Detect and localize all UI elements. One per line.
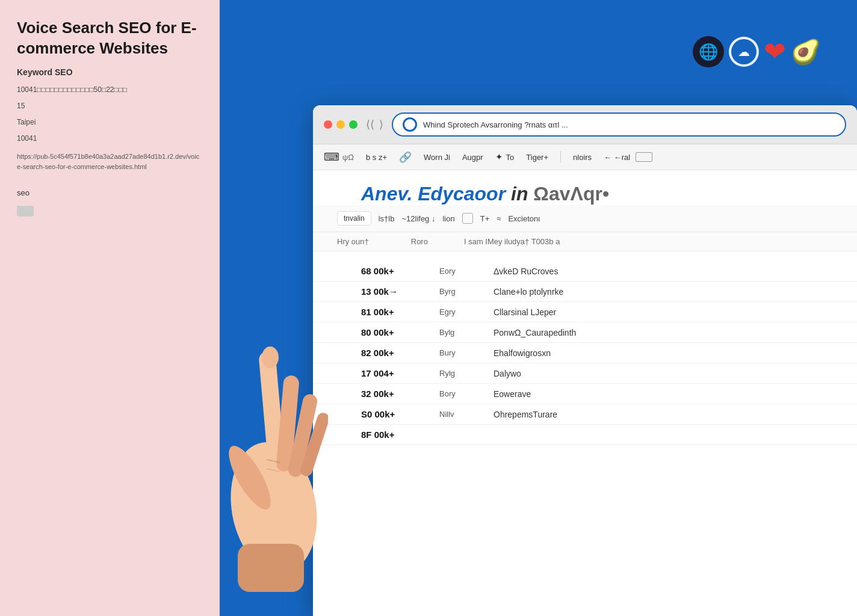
- row-keyword: ΔvkeD RuCroves: [493, 266, 674, 276]
- toolbar-item-1[interactable]: ⌨ ψΩ: [324, 150, 354, 164]
- row-diff: Eory: [439, 266, 493, 276]
- keyword-label: Keyword SEO: [17, 67, 203, 77]
- traffic-lights: [324, 120, 357, 129]
- toolbar-label-2: b s z+: [366, 153, 387, 162]
- row-diff: Bury: [439, 348, 493, 357]
- svg-rect-1: [258, 351, 285, 460]
- table-controls: tnvalin ls†lb ~12lifeg ↓ lion T+ ≈ Excie…: [313, 205, 857, 232]
- address-bar[interactable]: Whind Sprotech Avsarroning ?rnats αιτl .…: [392, 112, 846, 137]
- row-keyword: OhrepemsTurare: [493, 410, 674, 419]
- toolbar-separator: [560, 151, 561, 163]
- row-vol: 13 00k→: [361, 286, 439, 297]
- col-header-lstlb: ls†lb: [379, 214, 395, 223]
- svg-point-6: [221, 440, 279, 515]
- meta-line4: 10041: [17, 133, 203, 144]
- row-vol: S0 00k+: [361, 409, 439, 419]
- data-table: 68 00k+ Eory ΔvkeD RuCroves 13 00k→ Byrg…: [313, 261, 857, 445]
- browser-nav-icons: ⟨⟨ ⟩: [366, 118, 383, 131]
- toolbar-aral-label: ← ←ral: [604, 153, 630, 162]
- row-diff: Rylg: [439, 369, 493, 378]
- browser-icons: 🌐 ☁ ❤ 🥑: [693, 36, 821, 67]
- toolbar-item-star-te[interactable]: ✦ To: [495, 152, 515, 162]
- sub-col-sam: I sam IMey iludya† T003b a: [464, 237, 560, 246]
- sidebar: Voice Search SEO for E-commerce Websites…: [0, 0, 220, 616]
- browser-window: ⟨⟨ ⟩ Whind Sprotech Avsarroning ?rnats α…: [313, 105, 857, 616]
- svg-line-8: [267, 460, 280, 463]
- svg-line-9: [267, 469, 280, 472]
- toolbar-item-aral[interactable]: ← ←ral: [604, 152, 652, 162]
- toolbar: ⌨ ψΩ b s z+ 🔗 Worn Ji Augpr ✦ To Tiger+: [313, 144, 857, 170]
- table-row: 80 00k+ Bylg PonwΩ_Caurapedinth: [313, 322, 857, 343]
- address-text: Whind Sprotech Avsarroning ?rnats αιτl .…: [423, 120, 835, 129]
- col-header-t: T+: [480, 214, 490, 223]
- table-row: 68 00k+ Eory ΔvkeD RuCroves: [313, 261, 857, 282]
- page-heading: Anev. Edycaoor in ΩavΛqr•: [337, 170, 833, 205]
- toolbar-label-1: ψΩ: [342, 153, 354, 162]
- sub-col-roro: Roro: [411, 237, 428, 246]
- row-diff: Bylg: [439, 328, 493, 337]
- col-header-excie: Excietonι: [508, 214, 540, 223]
- heading-in: in: [511, 183, 533, 205]
- seo-icon: [17, 206, 34, 217]
- toolbar-worn-ji-label: Worn Ji: [424, 153, 450, 162]
- table-row: 8F 00k+: [313, 425, 857, 445]
- heading-sub: ΩavΛqr•: [533, 183, 609, 205]
- sub-col-hry: Hry oun†: [337, 237, 369, 246]
- toolbar-item-3[interactable]: 🔗: [399, 151, 412, 164]
- nav-forward-icon[interactable]: ⟩: [379, 118, 383, 131]
- toolbar-item-tiger[interactable]: Tiger+: [526, 153, 548, 162]
- table-row: 82 00k+ Bury Ehalfowigrosxn: [313, 343, 857, 363]
- content-inner: Anev. Edycaoor in ΩavΛqr•: [313, 170, 857, 205]
- row-diff: Egry: [439, 307, 493, 316]
- table-row: S0 00k+ Nillv OhrepemsTurare: [313, 404, 857, 425]
- row-vol: 8F 00k+: [361, 430, 439, 440]
- col-header-lifeg: ~12lifeg ↓: [401, 214, 435, 223]
- content-area: Anev. Edycaoor in ΩavΛqr• tnvalin ls†lb …: [313, 170, 857, 616]
- meta-line2: 15: [17, 100, 203, 112]
- row-keyword: Dalywo: [493, 369, 674, 378]
- toolbar-item-worn-ji[interactable]: Worn Ji: [424, 153, 450, 162]
- url-line: https://pub-5c454f571b8e40a3a2aad27ade84…: [17, 152, 203, 171]
- toolbar-icon-3: 🔗: [399, 151, 412, 164]
- row-vol: 81 00k+: [361, 307, 439, 317]
- row-vol: 68 00k+: [361, 266, 439, 276]
- row-vol: 82 00k+: [361, 348, 439, 358]
- page-title: Voice Search SEO for E-commerce Websites: [17, 18, 203, 59]
- heading-blue: Anev. Edycaoor: [361, 183, 506, 205]
- row-keyword: Clane+lo ptolynrke: [493, 287, 674, 297]
- row-keyword: Ehalfowigrosxn: [493, 348, 674, 358]
- browser-icon-dark: 🌐: [693, 36, 724, 67]
- browser-icon-blue: ☁: [729, 37, 759, 67]
- toolbar-nloirs-label: nloirs: [573, 153, 592, 162]
- sub-header-row: Hry oun† Roro I sam IMey iludya† T003b a: [313, 232, 857, 251]
- toolbar-item-nloirs[interactable]: nloirs: [573, 153, 592, 162]
- toolbar-tiger-label: Tiger+: [526, 153, 548, 162]
- table-row: 13 00k→ Byrg Clane+lo ptolynrke: [313, 282, 857, 302]
- row-diff: Nillv: [439, 410, 493, 419]
- traffic-light-green[interactable]: [349, 120, 357, 129]
- meta-line3: Taipei: [17, 117, 203, 128]
- browser-chrome: ⟨⟨ ⟩ Whind Sprotech Avsarroning ?rnats α…: [313, 105, 857, 144]
- svg-point-0: [221, 436, 327, 581]
- col-header-lion: lion: [442, 214, 454, 223]
- traffic-light-yellow[interactable]: [336, 120, 345, 129]
- nav-back-icon[interactable]: ⟨⟨: [366, 118, 374, 131]
- row-vol: 17 004+: [361, 368, 439, 378]
- col-header-box: [462, 213, 473, 224]
- toolbar-to-label: To: [506, 153, 515, 162]
- right-panel: 🌐 ☁ ❤ 🥑 ⟨⟨ ⟩ Whind Sprotech Avsarroning …: [220, 0, 857, 616]
- seo-tag: seo: [17, 188, 203, 197]
- row-keyword: PonwΩ_Caurapedinth: [493, 328, 674, 337]
- svg-rect-3: [276, 375, 300, 472]
- toolbar-item-2[interactable]: b s z+: [366, 153, 387, 162]
- row-keyword: Eowerave: [493, 389, 674, 399]
- col-header-approx: ≈: [497, 214, 501, 223]
- row-vol: 32 00k+: [361, 389, 439, 399]
- svg-point-2: [262, 346, 279, 368]
- toolbar-aral-box: [636, 152, 652, 162]
- svg-rect-7: [238, 544, 304, 592]
- toolbar-item-augpr[interactable]: Augpr: [462, 153, 483, 162]
- row-diff: Bory: [439, 389, 493, 398]
- traffic-light-red[interactable]: [324, 120, 332, 129]
- filter-invalid-btn[interactable]: tnvalin: [337, 211, 371, 226]
